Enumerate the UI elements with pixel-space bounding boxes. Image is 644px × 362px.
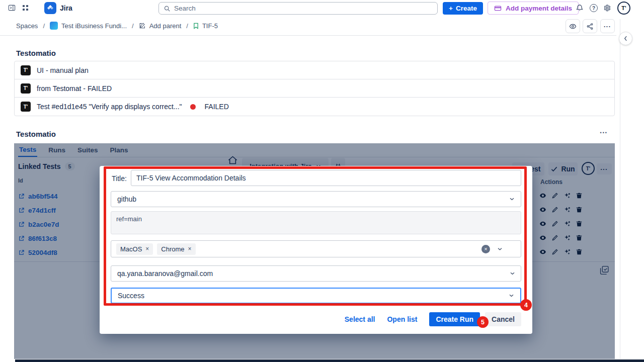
clear-tags-icon[interactable]: × (481, 245, 490, 253)
open-list-link[interactable]: Open list (387, 315, 417, 323)
environment-select[interactable]: github (111, 191, 521, 207)
breadcrumb-current-label: TIF-5 (202, 22, 218, 30)
tags-field-controls: × (481, 245, 516, 253)
close-glyph: × (484, 246, 487, 252)
list-item-label: Test #ed1d1e45 "Verify app displays corr… (37, 103, 182, 111)
breadcrumb-separator: / (132, 22, 134, 30)
create-button[interactable]: + Create (443, 2, 483, 15)
testomat-logo-icon: T' (21, 83, 31, 94)
section-title-testomatio: Testomatio (16, 49, 56, 57)
app-switcher-grid-icon[interactable] (22, 5, 29, 11)
chevron-left-icon (624, 36, 627, 41)
chevron-down-icon[interactable] (510, 272, 515, 276)
settings-gear-icon[interactable] (603, 4, 611, 12)
testomatio-link-list: T' UI - manual plan T' from Testomat - F… (14, 61, 615, 116)
title-field-label: Title: (112, 174, 127, 183)
list-item[interactable]: T' Test #ed1d1e45 "Verify app displays c… (15, 98, 614, 116)
t-glyph: T' (24, 67, 28, 73)
tag-chip: Chrome × (157, 243, 195, 255)
watch-page-button[interactable] (566, 19, 580, 33)
space-icon (50, 22, 58, 30)
breadcrumb-current-page[interactable]: TIF-5 (193, 22, 218, 30)
add-payment-details-button[interactable]: Add payment details (488, 2, 579, 15)
create-button-label: Create (456, 5, 477, 12)
breadcrumb-spaces[interactable]: Spaces (16, 22, 38, 30)
tag-chip: MacOS × (116, 243, 153, 255)
edit-icon (139, 22, 146, 29)
status-select-value: Success (118, 292, 144, 300)
breadcrumb-space-link[interactable]: Test iBusiness Fundi... (50, 22, 127, 30)
question-glyph: ? (592, 6, 595, 11)
collapse-panel-button[interactable] (619, 32, 632, 45)
list-item-label: from Testomat - FAILED (37, 84, 112, 93)
top-navigation-bar: Jira + Create Add payment details ? T' (0, 0, 644, 16)
breadcrumb: Spaces / Test iBusiness Fundi... / Add p… (16, 16, 218, 35)
breadcrumb-separator: / (43, 22, 45, 30)
window-bottom-edge (15, 359, 644, 362)
run-parameters-value: ref=main (116, 215, 142, 223)
status-select[interactable]: Success (111, 288, 521, 304)
global-search[interactable] (158, 2, 438, 15)
create-run-button[interactable]: Create Run (429, 312, 480, 326)
assignee-email-field (111, 265, 521, 282)
t-glyph: T' (24, 104, 28, 110)
app-name: Jira (60, 4, 72, 12)
avatar-initials: T' (621, 5, 626, 11)
list-item[interactable]: T' UI - manual plan (15, 61, 614, 79)
testomat-logo-icon: T' (21, 65, 31, 75)
failed-status-dot (190, 104, 196, 110)
user-avatar[interactable]: T' (617, 2, 630, 15)
annotation-step-badge: 5 (477, 316, 489, 328)
tag-chip-label: MacOS (120, 245, 142, 253)
create-run-modal: Title: github ref=main MacOS × Chrome × … (100, 166, 532, 334)
tag-chip-label: Chrome (161, 245, 184, 253)
add-parent-label: Add parent (149, 22, 182, 30)
add-payment-details-label: Add payment details (506, 5, 572, 12)
breadcrumb-spaces-label: Spaces (16, 22, 38, 30)
notifications-bell-icon[interactable] (576, 4, 584, 12)
plus-icon: + (449, 5, 453, 12)
widget-more-actions-icon[interactable]: ••• (600, 130, 608, 135)
share-page-button[interactable] (583, 19, 597, 33)
search-icon (164, 5, 171, 12)
share-icon (586, 23, 594, 30)
list-item-label: UI - manual plan (37, 66, 89, 74)
ellipsis-icon: ••• (604, 24, 611, 29)
breadcrumb-space-label: Test iBusiness Fundi... (61, 22, 127, 30)
help-icon[interactable]: ? (590, 4, 598, 12)
environment-select-value: github (117, 195, 136, 203)
sidebar-toggle-icon[interactable] (8, 4, 16, 12)
credit-card-icon (494, 5, 502, 12)
cancel-button[interactable]: Cancel (485, 312, 521, 326)
t-glyph: T' (24, 85, 28, 91)
chevron-down-icon[interactable] (497, 247, 503, 251)
select-all-link[interactable]: Select all (345, 315, 375, 323)
list-item[interactable]: T' from Testomat - FAILED (15, 79, 614, 98)
chevron-down-icon (509, 198, 515, 201)
bookmark-icon (193, 23, 199, 29)
header-divider (0, 35, 616, 36)
add-parent-button[interactable]: Add parent (139, 22, 182, 30)
breadcrumb-separator: / (186, 22, 188, 30)
run-parameters-textarea[interactable]: ref=main (111, 211, 521, 234)
assignee-email-input[interactable] (111, 265, 521, 282)
modal-footer: Select all Open list Create Run Cancel (100, 311, 521, 328)
panel-divider (620, 19, 620, 359)
remove-tag-icon[interactable]: × (145, 245, 149, 252)
widget-title: Testomatio (16, 130, 56, 138)
testomat-logo-icon: T' (21, 102, 31, 112)
annotation-step-badge: 4 (520, 299, 532, 311)
tags-multiselect[interactable]: MacOS × Chrome × × (111, 240, 521, 257)
status-label: FAILED (205, 103, 229, 111)
chevron-down-icon (509, 294, 514, 298)
search-input[interactable] (174, 3, 431, 14)
jira-logo-icon[interactable] (44, 2, 56, 14)
eye-icon (569, 23, 577, 30)
run-title-input[interactable] (131, 170, 521, 186)
page-more-actions-button[interactable]: ••• (600, 19, 615, 33)
remove-tag-icon[interactable]: × (188, 245, 192, 252)
widget-header: Testomatio ••• (16, 130, 615, 139)
